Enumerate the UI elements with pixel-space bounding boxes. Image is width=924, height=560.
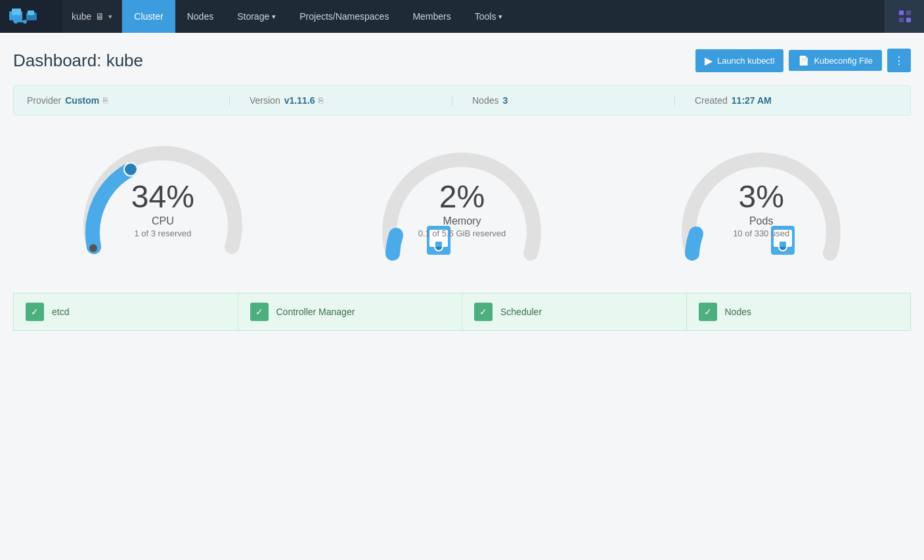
memory-sublabel: 0.1 of 5.6 GiB reserved <box>418 228 506 238</box>
nav-item-nodes[interactable]: Nodes <box>175 0 225 33</box>
copy-version-icon[interactable]: ⎘ <box>319 96 323 105</box>
kubeconfig-button[interactable]: 📄 Kubeconfig File <box>789 50 882 71</box>
info-version: Version v1.11.6 ⎘ <box>230 95 452 106</box>
brand-logo-icon <box>8 6 39 27</box>
pods-percent: 3% <box>733 181 789 213</box>
cpu-percent: 34% <box>131 181 194 213</box>
info-nodes: Nodes 3 <box>452 95 675 106</box>
pods-gauge: 3% Pods 10 of 330 used <box>663 135 860 267</box>
header-actions: ▶ Launch kubectl 📄 Kubeconfig File ⋮ <box>695 49 911 72</box>
status-row: ✓ etcd ✓ Controller Manager ✓ Scheduler … <box>13 293 911 331</box>
version-label: Version <box>250 95 280 106</box>
provider-value: Custom <box>65 95 99 106</box>
memory-gauge-center: 2% Memory 0.1 of 5.6 GiB reserved <box>418 181 506 238</box>
cluster-chevron-icon: ▾ <box>108 12 112 21</box>
more-options-button[interactable]: ⋮ <box>887 49 911 72</box>
page-content: Dashboard: kube ▶ Launch kubectl 📄 Kubec… <box>0 33 924 347</box>
file-icon: 📄 <box>798 55 809 66</box>
cpu-sublabel: 1 of 3 reserved <box>131 228 194 238</box>
provider-label: Provider <box>27 95 61 106</box>
svg-rect-16 <box>435 242 442 247</box>
launch-kubectl-button[interactable]: ▶ Launch kubectl <box>695 49 783 72</box>
svg-rect-1 <box>12 9 21 15</box>
launch-kubectl-label: Launch kubectl <box>717 56 774 66</box>
nav-projects-label: Projects/Namespaces <box>299 11 389 22</box>
kubeconfig-label: Kubeconfig File <box>814 56 873 66</box>
scheduler-label: Scheduler <box>500 307 542 317</box>
page-title: Dashboard: kube <box>13 51 143 71</box>
nav-storage-label: Storage <box>237 11 269 22</box>
info-provider: Provider Custom ⎘ <box>27 95 230 106</box>
created-value: 11:27 AM <box>732 95 772 106</box>
copy-provider-icon[interactable]: ⎘ <box>103 96 108 105</box>
status-card-controller-manager: ✓ Controller Manager <box>238 293 463 331</box>
pods-label: Pods <box>733 215 789 227</box>
nav-nodes-label: Nodes <box>187 11 213 22</box>
ellipsis-icon: ⋮ <box>894 54 904 67</box>
status-card-etcd: ✓ etcd <box>13 293 238 331</box>
svg-rect-6 <box>28 11 34 15</box>
nodes-label: Nodes <box>472 95 498 106</box>
nodes-value: 3 <box>502 95 508 106</box>
cluster-name-label: kube <box>72 11 91 22</box>
cluster-selector[interactable]: kube 🖥 ▾ <box>62 0 122 33</box>
pods-gauge-svg: 3% Pods 10 of 330 used <box>672 135 850 267</box>
nodes-check-icon: ✓ <box>699 303 717 321</box>
pods-sublabel: 10 of 330 used <box>733 228 789 238</box>
svg-rect-10 <box>906 18 911 22</box>
tools-chevron-icon: ▾ <box>498 12 502 21</box>
navbar: kube 🖥 ▾ Cluster Nodes Storage ▾ Project… <box>0 0 924 33</box>
svg-rect-8 <box>906 11 911 15</box>
etcd-check-icon: ✓ <box>26 303 44 321</box>
navbar-right <box>885 0 924 33</box>
memory-gauge-svg: 2% Memory 0.1 of 5.6 GiB reserved <box>373 135 550 267</box>
nav-item-cluster[interactable]: Cluster <box>122 0 175 33</box>
created-label: Created <box>695 95 728 106</box>
cpu-gauge-svg: 34% CPU 1 of 3 reserved <box>74 135 252 267</box>
memory-gauge: 2% Memory 0.1 of 5.6 GiB reserved <box>363 135 560 267</box>
nav-tools-label: Tools <box>475 11 496 22</box>
memory-percent: 2% <box>418 181 506 213</box>
page-header: Dashboard: kube ▶ Launch kubectl 📄 Kubec… <box>13 49 911 72</box>
nav-item-tools[interactable]: Tools ▾ <box>463 0 515 33</box>
svg-point-11 <box>124 163 137 176</box>
etcd-label: etcd <box>52 307 69 317</box>
terminal-icon: ▶ <box>705 54 713 67</box>
brand-logo-area[interactable] <box>0 0 62 33</box>
info-created: Created 11:27 AM <box>675 95 897 106</box>
apps-grid-icon[interactable] <box>885 0 924 33</box>
controller-manager-check-icon: ✓ <box>250 303 269 321</box>
cpu-label: CPU <box>131 215 194 227</box>
version-value: v1.11.6 <box>284 95 315 106</box>
gauges-row: 34% CPU 1 of 3 reserved <box>13 135 911 267</box>
pods-gauge-center: 3% Pods 10 of 330 used <box>733 181 789 238</box>
svg-point-12 <box>89 244 97 252</box>
svg-rect-4 <box>13 20 25 22</box>
controller-manager-label: Controller Manager <box>276 307 355 317</box>
memory-label: Memory <box>418 215 506 227</box>
nav-items: Cluster Nodes Storage ▾ Projects/Namespa… <box>122 0 885 33</box>
status-card-nodes: ✓ Nodes <box>687 293 912 331</box>
storage-chevron-icon: ▾ <box>272 12 276 21</box>
svg-rect-20 <box>780 242 786 247</box>
scheduler-check-icon: ✓ <box>474 303 493 321</box>
info-bar: Provider Custom ⎘ Version v1.11.6 ⎘ Node… <box>13 85 911 116</box>
nav-members-label: Members <box>412 11 451 22</box>
svg-rect-7 <box>899 11 904 15</box>
nav-item-projects[interactable]: Projects/Namespaces <box>288 0 401 33</box>
cpu-gauge: 34% CPU 1 of 3 reserved <box>64 135 261 267</box>
cluster-icon: 🖥 <box>95 11 104 22</box>
nav-cluster-label: Cluster <box>134 11 163 22</box>
nav-item-members[interactable]: Members <box>401 0 462 33</box>
status-card-scheduler: ✓ Scheduler <box>462 293 687 331</box>
nodes-status-label: Nodes <box>725 307 751 317</box>
nav-item-storage[interactable]: Storage ▾ <box>225 0 288 33</box>
cpu-gauge-center: 34% CPU 1 of 3 reserved <box>131 181 194 238</box>
svg-rect-9 <box>899 18 904 22</box>
